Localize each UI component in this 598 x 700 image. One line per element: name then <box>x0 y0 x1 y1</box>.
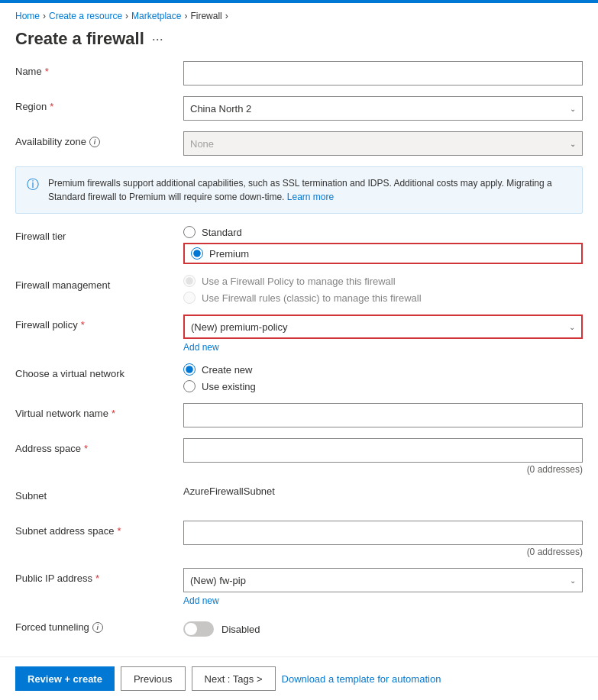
name-control <box>183 61 583 85</box>
firewall-policy-select[interactable]: (New) premium-policy ⌄ <box>183 315 583 339</box>
download-template-link[interactable]: Download a template for automation <box>282 669 441 689</box>
info-box-text: Premium firewalls support additional cap… <box>48 176 571 204</box>
forced-tunneling-toggle-container: Disabled <box>183 617 583 637</box>
forced-tunneling-state: Disabled <box>221 624 260 635</box>
add-new-policy-link[interactable]: Add new <box>183 342 219 353</box>
previous-button[interactable]: Previous <box>121 666 186 691</box>
subnet-address-label: Subnet address space * <box>15 521 183 537</box>
bottom-bar: Review + create Previous Next : Tags > D… <box>0 656 598 700</box>
vnet-row: Choose a virtual network Create new Use … <box>15 363 583 392</box>
firewall-management-row: Firewall management Use a Firewall Polic… <box>15 275 583 304</box>
address-space-hint: (0 addresses) <box>183 464 583 475</box>
breadcrumb-current: Firewall <box>190 11 221 21</box>
page-options-button[interactable]: ··· <box>152 31 163 47</box>
address-space-label: Address space * <box>15 438 183 454</box>
availability-zone-select: None ⌄ <box>183 131 583 156</box>
firewall-policy-label: Firewall policy * <box>15 315 183 331</box>
vnet-name-row: Virtual network name * <box>15 403 583 427</box>
form-container: Name * Region * China North 2 ⌄ Availabi… <box>0 61 598 700</box>
vnet-create-new-option[interactable]: Create new <box>183 363 583 376</box>
firewall-tier-control: Standard Premium <box>183 226 583 264</box>
info-box-icon: ⓘ <box>27 177 40 204</box>
public-ip-label: Public IP address * <box>15 568 183 584</box>
region-chevron-icon: ⌄ <box>570 105 576 113</box>
vnet-create-new-radio[interactable] <box>183 363 196 376</box>
availability-zone-chevron-icon: ⌄ <box>570 140 576 148</box>
vnet-control: Create new Use existing <box>183 363 583 392</box>
forced-tunneling-row: Forced tunneling i Disabled <box>15 617 583 641</box>
availability-zone-label: Availability zone i <box>15 131 183 147</box>
firewall-tier-row: Firewall tier Standard Premium <box>15 226 583 264</box>
management-rules-radio <box>183 292 196 304</box>
breadcrumb-marketplace[interactable]: Marketplace <box>131 11 181 21</box>
firewall-management-control: Use a Firewall Policy to manage this fir… <box>183 275 583 304</box>
address-space-input[interactable]: 10.0.0.0/16 <box>183 438 583 463</box>
toggle-thumb <box>185 623 197 635</box>
forced-tunneling-toggle[interactable] <box>183 621 214 637</box>
breadcrumb-home[interactable]: Home <box>15 11 40 21</box>
availability-zone-control: None ⌄ <box>183 131 583 156</box>
subnet-address-input[interactable]: 10.0.0.0/24 <box>183 521 583 545</box>
subnet-label: Subnet <box>15 485 183 502</box>
breadcrumb: Home › Create a resource › Marketplace ›… <box>0 3 598 26</box>
vnet-use-existing-option[interactable]: Use existing <box>183 380 583 392</box>
tier-standard-option[interactable]: Standard <box>183 226 583 238</box>
vnet-name-input[interactable] <box>183 403 583 427</box>
firewall-policy-control: (New) premium-policy ⌄ Add new <box>183 315 583 353</box>
subnet-row: Subnet AzureFirewallSubnet <box>15 485 583 510</box>
management-policy-radio <box>183 275 196 287</box>
name-row: Name * <box>15 61 583 85</box>
availability-zone-info-icon[interactable]: i <box>89 137 100 147</box>
premium-info-box: ⓘ Premium firewalls support additional c… <box>15 166 583 214</box>
subnet-address-control: 10.0.0.0/24 (0 addresses) <box>183 521 583 557</box>
page-header: Create a firewall ··· <box>0 26 598 61</box>
public-ip-chevron-icon: ⌄ <box>570 576 576 585</box>
breadcrumb-create-resource[interactable]: Create a resource <box>49 11 122 21</box>
region-control: China North 2 ⌄ <box>183 96 583 121</box>
firewall-tier-radio-group: Standard Premium <box>183 226 583 264</box>
firewall-management-radio-group: Use a Firewall Policy to manage this fir… <box>183 275 583 304</box>
firewall-policy-row: Firewall policy * (New) premium-policy ⌄… <box>15 315 583 353</box>
public-ip-control: (New) fw-pip ⌄ Add new <box>183 568 583 606</box>
availability-zone-row: Availability zone i None ⌄ <box>15 131 583 156</box>
tier-premium-option[interactable]: Premium <box>191 247 249 260</box>
vnet-use-existing-radio[interactable] <box>183 380 196 392</box>
address-space-control: 10.0.0.0/16 (0 addresses) <box>183 438 583 475</box>
tier-premium-highlight: Premium <box>183 243 583 264</box>
forced-tunneling-control: Disabled <box>183 617 583 637</box>
address-space-row: Address space * 10.0.0.0/16 (0 addresses… <box>15 438 583 475</box>
forced-tunneling-label: Forced tunneling i <box>15 617 183 633</box>
name-label: Name * <box>15 61 183 77</box>
next-button[interactable]: Next : Tags > <box>192 666 276 691</box>
region-select[interactable]: China North 2 ⌄ <box>183 96 583 121</box>
firewall-management-label: Firewall management <box>15 275 183 291</box>
public-ip-select[interactable]: (New) fw-pip ⌄ <box>183 568 583 592</box>
vnet-radio-group: Create new Use existing <box>183 363 583 392</box>
review-create-button[interactable]: Review + create <box>15 666 115 691</box>
page-title: Create a firewall <box>15 29 144 49</box>
add-new-ip-link[interactable]: Add new <box>183 595 219 606</box>
management-rules-option: Use Firewall rules (classic) to manage t… <box>183 292 583 304</box>
tier-standard-radio[interactable] <box>183 226 196 238</box>
subnet-value: AzureFirewallSubnet <box>183 481 275 497</box>
firewall-policy-chevron-icon: ⌄ <box>569 323 575 331</box>
subnet-address-hint: (0 addresses) <box>183 547 583 557</box>
vnet-label: Choose a virtual network <box>15 363 183 379</box>
vnet-name-control <box>183 403 583 427</box>
forced-tunneling-info-icon[interactable]: i <box>92 622 103 633</box>
region-row: Region * China North 2 ⌄ <box>15 96 583 121</box>
management-policy-option: Use a Firewall Policy to manage this fir… <box>183 275 583 287</box>
tier-premium-radio[interactable] <box>191 247 203 260</box>
region-label: Region * <box>15 96 183 112</box>
firewall-tier-label: Firewall tier <box>15 226 183 242</box>
subnet-control: AzureFirewallSubnet <box>183 485 583 497</box>
name-input[interactable] <box>183 61 583 85</box>
public-ip-row: Public IP address * (New) fw-pip ⌄ Add n… <box>15 568 583 606</box>
vnet-name-label: Virtual network name * <box>15 403 183 419</box>
learn-more-link[interactable]: Learn more <box>287 192 334 202</box>
subnet-address-row: Subnet address space * 10.0.0.0/24 (0 ad… <box>15 521 583 557</box>
